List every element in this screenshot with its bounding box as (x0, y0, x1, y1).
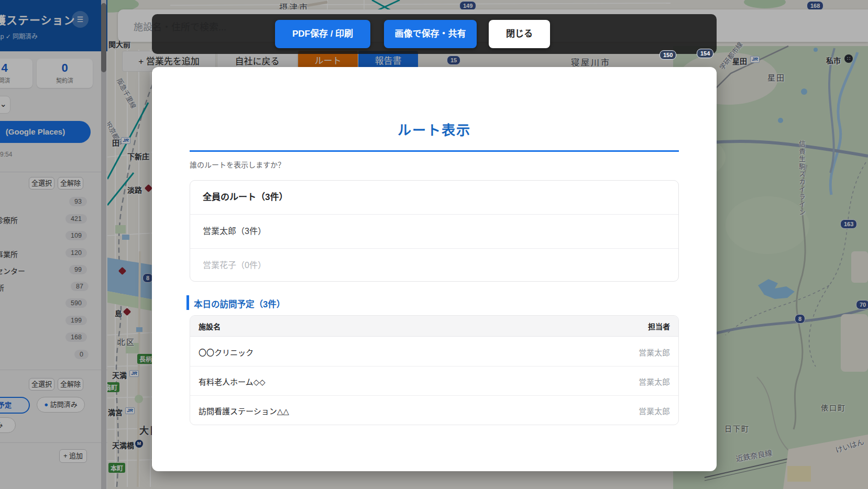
route-badge-154: 154 (697, 49, 713, 58)
table-row: 〇〇クリニック 営業太郎 (190, 337, 678, 366)
route-display-modal: ルート表示 誰のルートを表示しますか？ 全員のルート（3件） 営業太郎（3件） … (152, 67, 717, 471)
table-header-row: 施設名 担当者 (190, 316, 678, 337)
table-row: 有料老人ホーム◇◇ 営業太郎 (190, 366, 678, 396)
modal-question: 誰のルートを表示しますか？ (190, 159, 285, 170)
col-header-staff: 担当者 (648, 321, 670, 331)
staff-name: 営業太郎 (639, 376, 670, 387)
section-title: 本日の訪問予定（3件） (194, 297, 285, 310)
close-button[interactable]: 閉じる (489, 20, 550, 48)
pdf-print-button[interactable]: PDF保存 / 印刷 (275, 20, 370, 48)
staff-name: 営業太郎 (639, 347, 670, 358)
route-option-taro[interactable]: 営業太郎（3件） (190, 215, 678, 248)
route-option-hanako[interactable]: 営業花子（0件） (190, 249, 678, 282)
app-window: 摂津市 関大前 阪急千里線 JR京都線 田 JR 下新庄 淡路 島 北区 長柄 … (0, 0, 868, 489)
route-options-list: 全員のルート（3件） 営業太郎（3件） 営業花子（0件） (190, 180, 679, 282)
section-accent-bar (186, 295, 189, 310)
facility-name: 有料老人ホーム◇◇ (199, 376, 266, 387)
route-option-all[interactable]: 全員のルート（3件） (190, 181, 678, 214)
facility-name: 訪問看護ステーション△△ (199, 405, 289, 416)
staff-name: 営業太郎 (639, 405, 670, 416)
modal-title: ルート表示 (152, 119, 717, 139)
facility-name: 〇〇クリニック (199, 347, 254, 358)
title-underline (190, 150, 679, 152)
save-image-button[interactable]: 画像で保存・共有 (384, 20, 477, 48)
visit-schedule-table: 施設名 担当者 〇〇クリニック 営業太郎 有料老人ホーム◇◇ 営業太郎 訪問看護… (190, 315, 679, 425)
export-toolbar: PDF保存 / 印刷 画像で保存・共有 閉じる (152, 14, 717, 54)
route-badge-150: 150 (660, 50, 676, 60)
table-row: 訪問看護ステーション△△ 営業太郎 (190, 396, 678, 425)
col-header-facility: 施設名 (199, 321, 221, 331)
